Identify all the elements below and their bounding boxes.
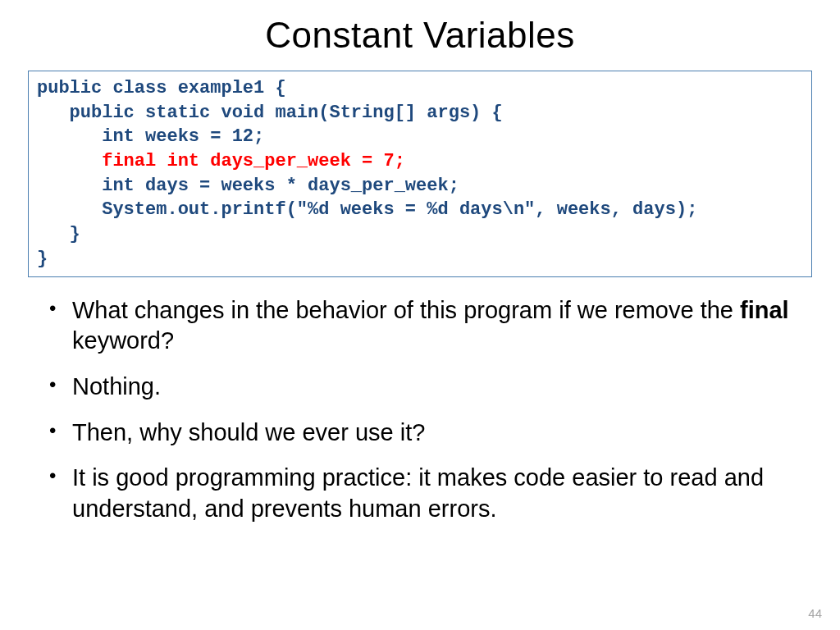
code-line-highlight: final int days_per_week = 7;: [37, 149, 803, 174]
slide-title: Constant Variables: [25, 15, 815, 56]
bullet-bold: final: [740, 297, 789, 323]
slide: Constant Variables public class example1…: [0, 0, 840, 630]
code-line: public static void main(String[] args) {: [37, 101, 803, 126]
code-line: int days = weeks * days_per_week;: [37, 174, 803, 199]
code-line: System.out.printf("%d weeks = %d days\n"…: [37, 198, 803, 222]
bullet-text: What changes in the behavior of this pro…: [72, 297, 740, 323]
code-line: public class example1 {: [37, 76, 803, 101]
bullet-item: Nothing.: [72, 372, 796, 403]
code-line: }: [37, 222, 803, 247]
code-line: }: [37, 247, 803, 272]
code-line: int weeks = 12;: [37, 125, 803, 149]
bullet-item: What changes in the behavior of this pro…: [72, 295, 796, 357]
code-block: public class example1 { public static vo…: [28, 71, 812, 277]
page-number: 44: [808, 606, 822, 620]
bullet-item: It is good programming practice: it make…: [72, 463, 796, 524]
bullet-item: Then, why should we ever use it?: [72, 418, 796, 449]
bullet-list: What changes in the behavior of this pro…: [25, 295, 815, 525]
bullet-text: keyword?: [72, 327, 174, 354]
